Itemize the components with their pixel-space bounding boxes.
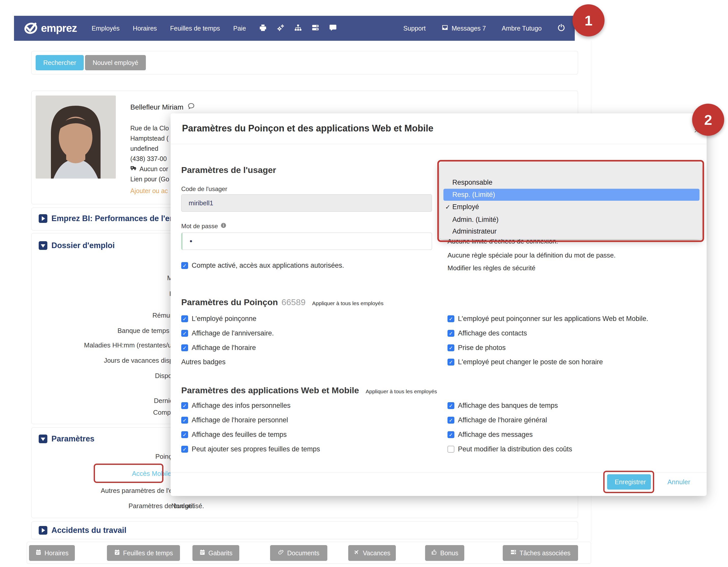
- nav-item-horaires[interactable]: Horaires: [133, 25, 157, 32]
- checkbox[interactable]: [181, 446, 188, 453]
- taches-associees-button[interactable]: Tâches associées: [503, 545, 578, 561]
- checkbox[interactable]: [447, 345, 454, 351]
- password-label: Mot de passe: [181, 222, 227, 230]
- checkbox-label: Affichage des feuilles de temps: [192, 431, 287, 439]
- checkbox-label: L'employé peut poinçonner sur les applic…: [458, 315, 648, 323]
- calendar-icon: [35, 549, 41, 557]
- footer-button-row: Horaires Feuilles de temps Gabarits Docu…: [27, 542, 591, 564]
- check-icon: ✓: [445, 203, 450, 211]
- checkbox[interactable]: [181, 402, 188, 409]
- accidents-section-header[interactable]: Accidents du travail: [39, 526, 127, 535]
- apps-section-heading: Paramètres des applications Web et Mobil…: [181, 385, 437, 395]
- dropdown-option-administrateur[interactable]: Administrateur: [452, 227, 497, 235]
- checkbox[interactable]: [447, 431, 454, 438]
- checkbox-label: Affichage des infos personnelles: [192, 402, 290, 410]
- role-dropdown-menu: Responsable Resp. (Limité) ✓ Employé Adm…: [440, 162, 702, 239]
- employee-photo: [36, 95, 116, 178]
- checkbox-label: Affichage de l'horaire général: [458, 416, 547, 424]
- checkbox[interactable]: [181, 417, 188, 424]
- punch-apply-all-link[interactable]: Appliquer à tous les employés: [312, 300, 383, 306]
- checkbox-label: Affichage de l'anniversaire.: [192, 329, 274, 337]
- nav-messages[interactable]: Messages 7: [441, 24, 486, 33]
- account-active-checkbox[interactable]: [181, 262, 188, 269]
- checkbox[interactable]: [181, 431, 188, 438]
- dropdown-option-admin-limite[interactable]: Admin. (Limité): [452, 216, 499, 224]
- annotation-step-1: 1: [572, 4, 605, 36]
- user-settings-heading: Paramètres de l'usager: [181, 165, 276, 175]
- autres-badges-label: Autres badges: [181, 358, 226, 366]
- employee-phone: (438) 337-00: [130, 154, 169, 164]
- employee-address-line2: Hamptstead (: [130, 133, 169, 143]
- employee-link: Lien pour (Go: [130, 174, 169, 184]
- bi-section-title: Emprez BI: Performances de l'emp: [51, 214, 181, 223]
- inbox-icon: [441, 24, 449, 33]
- gears-icon[interactable]: [276, 24, 285, 33]
- punch-code: 66589: [282, 297, 306, 307]
- security-edit-link[interactable]: Modifier les règles de sécurité: [447, 264, 535, 272]
- annotation-step-2: 2: [692, 104, 724, 136]
- checkbox-label: Affichage de l'horaire personnel: [192, 416, 288, 424]
- checkbox-label: L'employé poinçonne: [192, 315, 256, 323]
- plane-icon: [354, 549, 360, 557]
- checkbox-label: Peut ajouter ses propres feuilles de tem…: [192, 445, 320, 453]
- paperclip-icon: [278, 549, 284, 557]
- checkbox-label: Affichage des contacts: [458, 329, 527, 337]
- caret-right-icon: [39, 526, 47, 535]
- budget-value: Non utilisé.: [171, 502, 204, 510]
- checkbox-label: Affichage des banques de temps: [458, 402, 558, 410]
- save-button[interactable]: Enregistrer: [607, 474, 651, 490]
- vacances-button[interactable]: Vacances: [348, 545, 396, 561]
- tasks-icon: [510, 549, 516, 557]
- gabarits-button[interactable]: Gabarits: [192, 545, 239, 561]
- employee-name: Bellefleur Miriam: [130, 103, 184, 111]
- checkbox[interactable]: [181, 330, 188, 337]
- cancel-button[interactable]: Annuler: [667, 478, 690, 486]
- sitemap-icon[interactable]: [294, 24, 302, 33]
- checkbox[interactable]: [447, 402, 454, 409]
- chat-icon[interactable]: [329, 24, 337, 33]
- checkbox-label: Affichage des messages: [458, 431, 533, 439]
- thumbs-up-icon: [431, 549, 437, 557]
- dropdown-option-employe[interactable]: Employé: [452, 203, 479, 211]
- nav-support[interactable]: Support: [403, 25, 426, 32]
- comment-icon[interactable]: [187, 102, 195, 112]
- search-button[interactable]: Rechercher: [36, 55, 84, 70]
- dropdown-option-responsable[interactable]: Responsable: [452, 178, 493, 186]
- search-toolbar: Rechercher Nouvel employé: [31, 51, 578, 74]
- checkbox[interactable]: [447, 417, 454, 424]
- brand-logo[interactable]: emprez: [24, 21, 77, 36]
- nav-menu: Employés Horaires Feuilles de temps Paie: [92, 25, 246, 32]
- checkbox[interactable]: [447, 330, 454, 337]
- server-icon[interactable]: [312, 24, 319, 33]
- nav-item-feuilles[interactable]: Feuilles de temps: [170, 25, 220, 32]
- nav-user[interactable]: Ambre Tutugo: [502, 25, 542, 32]
- checkbox[interactable]: [181, 345, 188, 351]
- emprez-logo-icon: [24, 21, 38, 36]
- checkbox[interactable]: [447, 446, 454, 453]
- password-input[interactable]: •: [181, 232, 432, 250]
- calendar-icon: [199, 549, 205, 557]
- modal-title: Paramètres du Poinçon et des application…: [182, 123, 433, 134]
- feuilles-de-temps-button[interactable]: Feuilles de temps: [107, 545, 180, 561]
- checkbox-label: Peut modifier la distribution des coûts: [458, 445, 572, 453]
- new-employee-button[interactable]: Nouvel employé: [85, 55, 146, 70]
- dropdown-option-resp-limite[interactable]: Resp. (Limité): [443, 189, 699, 201]
- nav-item-paie[interactable]: Paie: [233, 25, 246, 32]
- ambulance-icon: [130, 164, 137, 174]
- bi-section-header[interactable]: Emprez BI: Performances de l'emp: [39, 214, 181, 223]
- documents-button[interactable]: Documents: [270, 545, 327, 561]
- checkbox[interactable]: [447, 315, 454, 322]
- nav-item-employes[interactable]: Employés: [92, 25, 120, 32]
- horaires-button[interactable]: Horaires: [29, 545, 75, 561]
- accidents-section-title: Accidents du travail: [51, 526, 127, 535]
- bonus-button[interactable]: Bonus: [425, 545, 464, 561]
- info-icon[interactable]: [220, 222, 227, 230]
- apps-apply-all-link[interactable]: Appliquer à tous les employés: [366, 389, 437, 394]
- punch-section-heading: Paramètres du Poinçon66589Appliquer à to…: [181, 297, 384, 307]
- checkbox[interactable]: [181, 315, 188, 322]
- code-usager-input[interactable]: miribell1: [181, 194, 432, 212]
- employee-add-link[interactable]: Ajouter ou ac: [130, 186, 169, 196]
- power-icon[interactable]: [557, 24, 565, 33]
- printer-icon[interactable]: [259, 24, 267, 33]
- checkbox[interactable]: [447, 359, 454, 366]
